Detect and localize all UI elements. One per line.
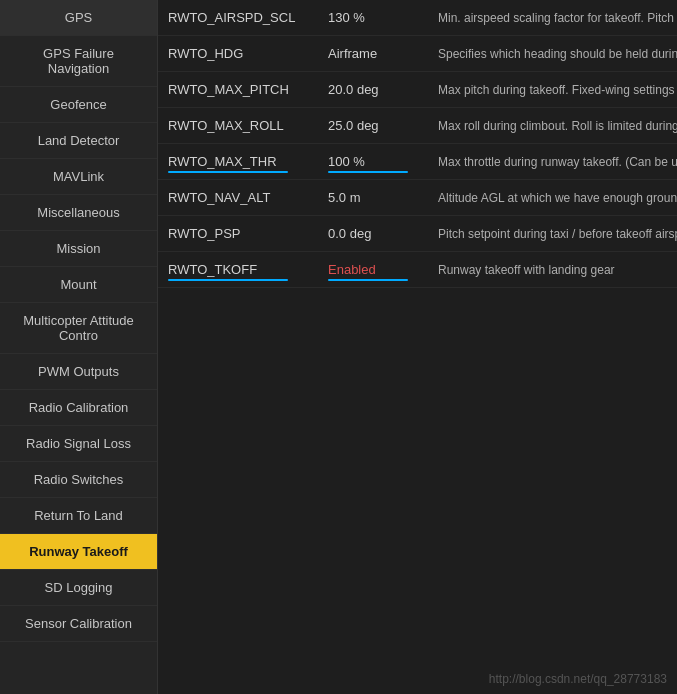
param-name: RWTO_PSP <box>158 216 318 251</box>
param-desc: Max roll during climbout. Roll is limite… <box>428 108 677 143</box>
sidebar-item-radio-switches[interactable]: Radio Switches <box>0 462 157 498</box>
sidebar-item-radio-calibration[interactable]: Radio Calibration <box>0 390 157 426</box>
sidebar-item-sd-logging[interactable]: SD Logging <box>0 570 157 606</box>
param-value[interactable]: 5.0 m <box>318 180 428 215</box>
param-row: RWTO_MAX_PITCH20.0 degMax pitch during t… <box>158 72 677 108</box>
sidebar-item-radio-signal-loss[interactable]: Radio Signal Loss <box>0 426 157 462</box>
param-name: RWTO_NAV_ALT <box>158 180 318 215</box>
param-row: RWTO_NAV_ALT5.0 mAltitude AGL at which w… <box>158 180 677 216</box>
param-desc: Specifies which heading should be held d… <box>428 36 677 71</box>
main-content: RWTO_AIRSPD_SCL130 %Min. airspeed scalin… <box>158 0 677 694</box>
param-name: RWTO_MAX_PITCH <box>158 72 318 107</box>
sidebar-item-mavlink[interactable]: MAVLink <box>0 159 157 195</box>
param-desc: Max pitch during takeoff. Fixed-wing set… <box>428 72 677 107</box>
param-desc: Pitch setpoint during taxi / before take… <box>428 216 677 251</box>
param-name: RWTO_MAX_ROLL <box>158 108 318 143</box>
sidebar-item-miscellaneous[interactable]: Miscellaneous <box>0 195 157 231</box>
param-name: RWTO_AIRSPD_SCL <box>158 0 318 35</box>
param-value[interactable]: Enabled <box>318 252 428 287</box>
sidebar-item-runway-takeoff[interactable]: Runway Takeoff <box>0 534 157 570</box>
sidebar-item-multicopter-attitude-control[interactable]: Multicopter Attitude Contro <box>0 303 157 354</box>
sidebar-item-sensor-calibration[interactable]: Sensor Calibration <box>0 606 157 642</box>
param-row: RWTO_TKOFFEnabledRunway takeoff with lan… <box>158 252 677 288</box>
param-value[interactable]: 25.0 deg <box>318 108 428 143</box>
sidebar-item-land-detector[interactable]: Land Detector <box>0 123 157 159</box>
sidebar-item-geofence[interactable]: Geofence <box>0 87 157 123</box>
sidebar-item-mount[interactable]: Mount <box>0 267 157 303</box>
param-value[interactable]: 130 % <box>318 0 428 35</box>
param-name: RWTO_TKOFF <box>158 252 318 287</box>
param-row: RWTO_PSP0.0 degPitch setpoint during tax… <box>158 216 677 252</box>
sidebar-item-gps[interactable]: GPS <box>0 0 157 36</box>
param-name: RWTO_MAX_THR <box>158 144 318 179</box>
param-desc: Altitude AGL at which we have enough gro… <box>428 180 677 215</box>
param-row: RWTO_MAX_ROLL25.0 degMax roll during cli… <box>158 108 677 144</box>
param-row: RWTO_AIRSPD_SCL130 %Min. airspeed scalin… <box>158 0 677 36</box>
param-value[interactable]: 0.0 deg <box>318 216 428 251</box>
param-name: RWTO_HDG <box>158 36 318 71</box>
param-desc: Runway takeoff with landing gear <box>428 252 677 287</box>
param-desc: Min. airspeed scaling factor for takeoff… <box>428 0 677 35</box>
sidebar: GPSGPS Failure NavigationGeofenceLand De… <box>0 0 158 694</box>
param-value[interactable]: 20.0 deg <box>318 72 428 107</box>
param-table: RWTO_AIRSPD_SCL130 %Min. airspeed scalin… <box>158 0 677 694</box>
sidebar-item-pwm-outputs[interactable]: PWM Outputs <box>0 354 157 390</box>
sidebar-item-mission[interactable]: Mission <box>0 231 157 267</box>
param-row: RWTO_HDGAirframeSpecifies which heading … <box>158 36 677 72</box>
param-row: RWTO_MAX_THR100 %Max throttle during run… <box>158 144 677 180</box>
sidebar-item-gps-failure-navigation[interactable]: GPS Failure Navigation <box>0 36 157 87</box>
param-desc: Max throttle during runway takeoff. (Can… <box>428 144 677 179</box>
param-value[interactable]: 100 % <box>318 144 428 179</box>
param-value[interactable]: Airframe <box>318 36 428 71</box>
sidebar-item-return-to-land[interactable]: Return To Land <box>0 498 157 534</box>
